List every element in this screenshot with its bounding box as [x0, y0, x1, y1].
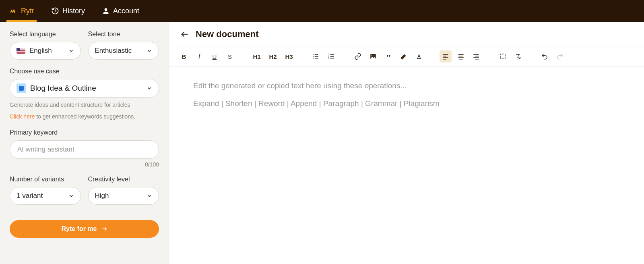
editor-body[interactable]: Edit the generated or copied text here u…: [169, 67, 644, 123]
svg-point-3: [314, 54, 314, 55]
svg-point-4: [314, 56, 314, 57]
keyword-group: Primary keyword 0/100: [10, 129, 159, 168]
h1-button[interactable]: H1: [250, 50, 263, 62]
language-value: English: [29, 47, 52, 55]
variants-select[interactable]: 1 variant: [10, 187, 81, 205]
chevron-down-icon: [147, 193, 152, 199]
svg-rect-17: [417, 58, 421, 59]
highlight-button[interactable]: [398, 50, 410, 62]
creativity-group: Creativity level High: [88, 176, 159, 205]
top-nav: Rytr History Account: [0, 0, 644, 22]
rytr-logo-icon: [9, 6, 18, 15]
keyword-helper: Click here to get enhanced keywords sugg…: [10, 112, 159, 121]
svg-rect-20: [443, 57, 448, 58]
bullet-list-button[interactable]: [310, 50, 322, 62]
strikethrough-button[interactable]: S: [224, 50, 236, 62]
underline-button[interactable]: U: [208, 50, 221, 62]
link-button[interactable]: [352, 50, 364, 62]
language-label: Select language: [10, 31, 81, 38]
blog-usecase-icon: [17, 83, 26, 93]
align-right-button[interactable]: [470, 50, 482, 62]
image-button[interactable]: [367, 50, 379, 62]
document-title: New document: [196, 29, 258, 39]
keyword-input[interactable]: [10, 140, 159, 159]
ryte-for-me-button[interactable]: Ryte for me: [10, 220, 159, 238]
usecase-label: Choose use case: [10, 68, 159, 75]
select-all-button[interactable]: [497, 50, 509, 62]
svg-rect-14: [330, 58, 334, 59]
sidebar: Select language English Select tone Enth…: [0, 22, 169, 264]
chevron-down-icon: [68, 48, 74, 54]
h3-button[interactable]: H3: [283, 50, 295, 62]
redo-button[interactable]: [554, 50, 566, 62]
tone-label: Select tone: [88, 31, 159, 38]
tone-group: Select tone Enthusiastic: [88, 31, 159, 60]
variants-group: Number of variants 1 variant: [10, 176, 81, 205]
svg-rect-18: [443, 54, 448, 55]
numbered-list-button[interactable]: 123: [325, 50, 337, 62]
usecase-value: Blog Idea & Outline: [30, 84, 96, 93]
nav-history-label: History: [62, 7, 85, 15]
variants-value: 1 variant: [17, 192, 43, 200]
editor-placeholder-line1: Edit the generated or copied text here u…: [193, 81, 620, 90]
content-area: New document B I U S H1 H2 H3 123: [169, 22, 644, 264]
svg-rect-19: [443, 56, 446, 57]
language-select[interactable]: English: [10, 42, 81, 60]
creativity-select[interactable]: High: [88, 187, 159, 205]
svg-rect-24: [458, 57, 464, 58]
chevron-down-icon: [147, 85, 152, 91]
ryte-button-label: Ryte for me: [61, 225, 97, 233]
svg-rect-30: [500, 54, 505, 59]
svg-text:3: 3: [328, 57, 330, 59]
text-color-button[interactable]: [413, 50, 425, 62]
keyword-label: Primary keyword: [10, 129, 159, 136]
svg-point-0: [105, 8, 107, 11]
svg-rect-26: [473, 54, 479, 55]
align-left-button[interactable]: [440, 50, 452, 62]
editor-placeholder-line2: Expand | Shorten | Reword | Append | Par…: [193, 99, 620, 108]
tone-select[interactable]: Enthusiastic: [88, 42, 159, 60]
us-flag-icon: [17, 48, 25, 54]
document-header: New document: [169, 22, 644, 46]
usecase-select[interactable]: Blog Idea & Outline: [10, 79, 159, 98]
svg-rect-8: [315, 58, 318, 59]
svg-rect-6: [315, 54, 318, 55]
svg-point-16: [372, 55, 372, 56]
editor-toolbar: B I U S H1 H2 H3 123: [169, 46, 644, 67]
h2-button[interactable]: H2: [266, 50, 279, 62]
svg-rect-22: [458, 54, 464, 55]
back-button[interactable]: [180, 30, 189, 39]
nav-account-label: Account: [113, 7, 139, 15]
arrow-right-icon: [101, 226, 107, 232]
svg-rect-7: [315, 56, 318, 57]
nav-account[interactable]: Account: [102, 0, 139, 22]
keyword-counter: 0/100: [10, 161, 159, 168]
history-icon: [51, 7, 59, 15]
usecase-group: Choose use case Blog Idea & Outline Gene…: [10, 68, 159, 121]
nav-rytr[interactable]: Rytr: [9, 0, 34, 22]
variants-label: Number of variants: [10, 176, 81, 183]
creativity-value: High: [95, 192, 109, 200]
bold-button[interactable]: B: [178, 50, 190, 62]
svg-rect-27: [475, 56, 479, 57]
svg-rect-29: [475, 59, 479, 60]
tone-value: Enthusiastic: [95, 47, 132, 55]
svg-rect-21: [443, 59, 446, 60]
align-center-button[interactable]: [455, 50, 467, 62]
chevron-down-icon: [68, 193, 74, 199]
main-layout: Select language English Select tone Enth…: [0, 22, 644, 264]
creativity-label: Creativity level: [88, 176, 159, 183]
svg-point-5: [314, 58, 314, 58]
quote-button[interactable]: [382, 50, 394, 62]
nav-rytr-label: Rytr: [21, 7, 34, 15]
undo-button[interactable]: [539, 50, 551, 62]
usecase-helper: Generate ideas and content structure for…: [10, 101, 159, 109]
click-here-link[interactable]: Click here: [10, 113, 35, 120]
svg-rect-23: [459, 56, 463, 57]
account-icon: [102, 7, 110, 15]
nav-history[interactable]: History: [51, 0, 85, 22]
language-group: Select language English: [10, 31, 81, 60]
svg-rect-28: [473, 57, 479, 58]
clear-format-button[interactable]: [512, 50, 524, 62]
italic-button[interactable]: I: [193, 50, 205, 62]
